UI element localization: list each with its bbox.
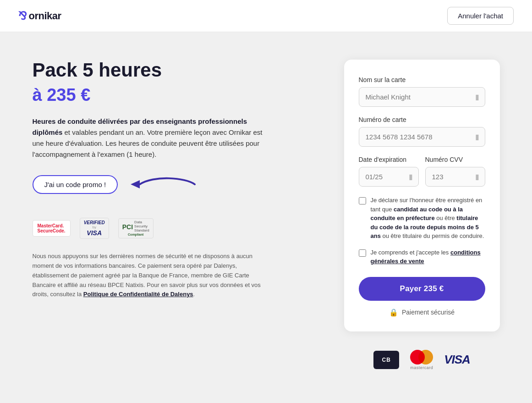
mc-circle-orange <box>418 350 433 364</box>
right-column: Nom sur la carte ▮ Numéro de carte ▮ Dat… <box>344 60 500 384</box>
checkbox2-label: Je comprends et j'accepte les conditions… <box>371 248 485 266</box>
mastercard-logo: mastercard <box>410 350 433 370</box>
verified-by-visa-badge: VERIFIED by VISA <box>80 218 109 239</box>
desc-rest: et valables pendant un an. Votre premièr… <box>33 128 263 158</box>
cgv-link[interactable]: conditions générales de vente <box>371 249 481 265</box>
header: ⅋ ornikar Annuler l'achat <box>0 0 532 32</box>
checkbox2-group: Je comprends et j'accepte les conditions… <box>359 248 485 266</box>
mc-label: mastercard <box>410 365 433 370</box>
promo-button[interactable]: J'ai un code promo ! <box>33 175 118 194</box>
cancel-button[interactable]: Annuler l'achat <box>447 7 514 25</box>
bottom-payment-logos: CB mastercard VISA <box>344 350 500 384</box>
card-name-input-wrap: ▮ <box>359 87 485 107</box>
cvv-label: Numéro CVV <box>425 156 485 163</box>
visa-logo: VISA <box>444 353 470 367</box>
expiry-group: Date d'expiration ▮ <box>359 156 419 187</box>
promo-arrow <box>126 173 199 196</box>
pack-title: Pack 5 heures <box>33 60 317 81</box>
pci-dss-badge: PCI DataSecurityStandard Compliant <box>118 218 154 238</box>
cb-logo: CB <box>373 351 399 369</box>
checkbox1-label: Je déclare sur l'honneur être enregistré… <box>371 196 485 241</box>
logo-text: ornikar <box>29 10 61 22</box>
security-logos: MasterCard. SecureCode. VERIFIED by VISA… <box>33 218 317 239</box>
left-column: Pack 5 heures à 235 € Heures de conduite… <box>33 60 317 299</box>
card-name-label: Nom sur la carte <box>359 76 485 83</box>
pay-button[interactable]: Payer 235 € <box>359 277 485 301</box>
secure-label: Paiement sécurisé <box>402 309 455 316</box>
card-name-input[interactable] <box>359 88 475 106</box>
cvv-input-wrap: ▮ <box>425 167 485 187</box>
cvv-icon: ▮ <box>475 172 485 181</box>
card-number-group: Numéro de carte ▮ <box>359 116 485 147</box>
security-text: Nous nous appuyons sur les dernières nor… <box>33 252 271 299</box>
pack-price: à 235 € <box>33 85 317 105</box>
card-number-label: Numéro de carte <box>359 116 485 123</box>
expiry-label: Date d'expiration <box>359 156 419 163</box>
logo: ⅋ ornikar <box>18 10 61 22</box>
pack-description: Heures de conduite délivrées par des ens… <box>33 116 271 160</box>
card-number-input[interactable] <box>359 127 475 146</box>
expiry-input[interactable] <box>359 167 409 186</box>
checkbox1[interactable] <box>359 197 366 204</box>
expiry-cvv-row: Date d'expiration ▮ Numéro CVV ▮ <box>359 156 485 187</box>
lock-icon: 🔒 <box>389 308 398 317</box>
cvv-group: Numéro CVV ▮ <box>425 156 485 187</box>
mastercard-secure-badge: MasterCard. SecureCode. <box>33 220 71 237</box>
cvv-input[interactable] <box>426 167 475 186</box>
svg-marker-0 <box>131 180 140 188</box>
secure-payment: 🔒 Paiement sécurisé <box>359 308 485 317</box>
expiry-icon: ▮ <box>409 172 418 181</box>
card-number-icon: ▮ <box>475 132 485 141</box>
main-content: Pack 5 heures à 235 € Heures de conduite… <box>14 32 518 403</box>
privacy-link[interactable]: Politique de Confidentialité de Dalenys <box>83 291 193 298</box>
checkbox2[interactable] <box>359 249 366 257</box>
checkbox1-group: Je déclare sur l'honneur être enregistré… <box>359 196 485 241</box>
logo-icon: ⅋ <box>18 10 27 22</box>
promo-section: J'ai un code promo ! <box>33 173 317 196</box>
expiry-input-wrap: ▮ <box>359 167 419 187</box>
payment-card: Nom sur la carte ▮ Numéro de carte ▮ Dat… <box>344 60 500 331</box>
card-number-input-wrap: ▮ <box>359 127 485 147</box>
card-name-icon: ▮ <box>475 93 485 101</box>
card-name-group: Nom sur la carte ▮ <box>359 76 485 107</box>
